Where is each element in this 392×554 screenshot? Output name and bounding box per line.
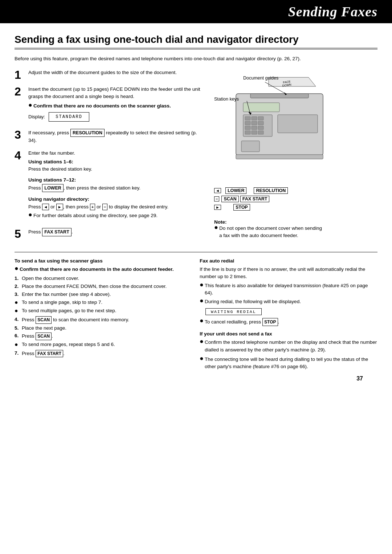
step-2: 2 Insert the document (up to 15 pages) F… (15, 86, 203, 124)
scanner-step-5-text: Place the next page. (22, 325, 66, 332)
scanner-step-bullet1: ● To send a single page, skip to step 7. (15, 299, 189, 306)
sub1-text: Press the desired station key. (28, 166, 203, 173)
redial-bullet3-text: To cancel redialling, press STOP. (205, 318, 377, 326)
scanner-step-1-text: Open the document cover. (22, 275, 79, 282)
step-1-text: Adjust the width of the document guides … (28, 70, 177, 75)
step-3: 3 If necessary, press RESOLUTION repeate… (15, 129, 203, 144)
redial-bullet3: ● To cancel redialling, press STOP. (200, 318, 377, 326)
scanner-glass-title: To send a fax using the scanner glass (15, 258, 189, 264)
scanner-bullet1-text: To send a single page, skip to step 7. (22, 299, 102, 306)
minus-btn[interactable]: − (102, 204, 107, 211)
resolution-btn-diagram[interactable]: RESOLUTION (254, 187, 288, 194)
fax-start-button[interactable]: FAX START (42, 228, 72, 236)
diagram-column: Document guides Station keys FACE DOWN (203, 69, 377, 245)
steps-column: 1 Adjust the width of the document guide… (15, 69, 203, 245)
step-5-number: 5 (15, 228, 28, 240)
sub3-title: Using navigator directory: (28, 196, 203, 203)
step-5-text-before: Press (28, 229, 42, 235)
plus-btn[interactable]: + (90, 204, 95, 211)
note-bullet: ● Do not open the document cover when se… (214, 225, 323, 240)
step-4-sub1: Using stations 1–6: Press the desired st… (28, 158, 203, 173)
main-content: Sending a fax using one-touch dial and n… (0, 23, 392, 393)
nav-left-arrow-btn[interactable]: ◄ (214, 188, 221, 193)
note-title: Note: (214, 219, 323, 225)
intro-text: Before using this feature, program the d… (15, 55, 377, 62)
lower-button[interactable]: LOWER (42, 184, 64, 192)
scanner-step-bullet3: ● To send more pages, repeat steps 5 and… (15, 341, 189, 349)
sub2-title: Using stations 7–12: (28, 176, 203, 184)
scanner-step-3: 3. Enter the fax number (see step 4 abov… (15, 291, 189, 298)
stop-btn-diagram[interactable]: STOP (233, 204, 250, 211)
scanner-step-6-num: 6. (15, 333, 22, 340)
sub3-bullet: ● For further details about using the di… (28, 212, 203, 219)
scanner-step-7-num: 7. (15, 350, 22, 358)
redial-bullet3-dot: ● (200, 317, 205, 324)
scan-btn-2-inline[interactable]: SCAN (36, 333, 52, 340)
lower-btn-diagram[interactable]: LOWER (225, 187, 247, 194)
svg-rect-17 (252, 131, 257, 134)
right-arrow-btn[interactable]: ► (56, 204, 63, 211)
confirm-bullet-dot: ● (15, 265, 20, 272)
svg-rect-13 (245, 126, 250, 130)
fax-redial-text: If the line is busy or if there is no an… (200, 266, 377, 281)
scanner-step-4-text: Press SCAN to scan the document into mem… (22, 316, 129, 324)
scan-btn-inline[interactable]: SCAN (36, 316, 52, 324)
bullet-dot: ● (28, 102, 33, 108)
scanner-step-1: 1. Open the document cover. (15, 275, 189, 282)
fax-start-btn-diagram[interactable]: FAX START (240, 196, 270, 202)
scanner-bullet1-dot: ● (15, 298, 22, 306)
scan-btn-diagram[interactable]: SCAN (221, 196, 238, 202)
redial-bullet2-text: During redial, the following will be dis… (205, 298, 377, 305)
label-station-keys: Station keys (214, 97, 239, 102)
no-fax-bullet1-text: Confirm the stored telephone number on t… (205, 339, 377, 354)
redial-bullet3-before: To cancel redialling, press (205, 319, 261, 325)
confirm-bullet: ● Confirm that there are no documents in… (15, 266, 189, 273)
scanner-step-7: 7. Press FAX START. (15, 350, 189, 358)
scanner-step-3-text: Enter the fax number (see step 4 above). (22, 291, 111, 298)
step-4-sub3: Using navigator directory: Press ◄ or ►,… (28, 196, 203, 219)
fax-start-inline[interactable]: FAX START (36, 350, 63, 358)
left-arrow-btn[interactable]: ◄ (42, 204, 49, 211)
scanner-step-6: 6. Press SCAN. (15, 333, 189, 340)
step-4: 4 Enter the fax number. Using stations 1… (15, 150, 203, 223)
sub3-bullet-text: For further details about using the dire… (33, 212, 203, 219)
no-fax-bullet1: ● Confirm the stored telephone number on… (200, 339, 377, 354)
resolution-button[interactable]: RESOLUTION (70, 129, 105, 137)
svg-rect-14 (252, 126, 257, 130)
svg-rect-21 (236, 155, 323, 159)
step-2-bullet: ● Confirm that there are no documents on… (28, 102, 203, 110)
page-header: Sending Faxes (0, 0, 392, 23)
svg-rect-15 (258, 126, 264, 130)
two-col-layout: 1 Adjust the width of the document guide… (15, 69, 377, 245)
scanner-bullet3-dot: ● (15, 341, 22, 349)
step-3-number: 3 (15, 129, 28, 140)
scanner-bullet2-text: To send multiple pages, go to the next s… (22, 307, 116, 315)
waiting-display-row: WAITING REDIAL (205, 307, 377, 317)
svg-rect-7 (245, 117, 250, 120)
bottom-section: To send a fax using the scanner glass ● … (15, 252, 377, 372)
button-row-3: ► STOP (214, 204, 330, 211)
button-row-1: ◄ LOWER RESOLUTION (214, 187, 330, 194)
sub1-title: Using stations 1–6: (28, 158, 203, 166)
waiting-display: WAITING REDIAL (205, 308, 262, 315)
step-4-sub2: Using stations 7–12: Press LOWER, then p… (28, 176, 203, 192)
redial-bullet1: ● This feature is also available for del… (200, 282, 377, 297)
minus-btn-diagram[interactable]: − (214, 196, 219, 201)
svg-rect-12 (258, 121, 264, 125)
bottom-right: Fax auto redial If the line is busy or i… (200, 258, 377, 372)
redial-bullet3-after: . (278, 319, 279, 325)
step-4-content: Enter the fax number. Using stations 1–6… (28, 150, 203, 223)
nav-right-arrow-btn[interactable]: ► (214, 205, 221, 210)
no-fax-bullet2-text: The connecting tone will be heard during… (205, 356, 377, 371)
scanner-step-6-text: Press SCAN. (22, 333, 53, 340)
sub2-text: Press LOWER, then press the desired stat… (28, 184, 203, 192)
stop-btn-inline[interactable]: STOP (262, 318, 278, 326)
confirm-text: Confirm that there are no documents in t… (20, 266, 189, 273)
redial-bullet1-dot: ● (200, 281, 205, 288)
scanner-step-5: 5. Place the next page. (15, 325, 189, 332)
scanner-step-2-num: 2. (15, 283, 22, 290)
step-5: 5 Press FAX START. (15, 228, 203, 240)
redial-bullet2-dot: ● (200, 297, 205, 304)
bullet-dot-2: ● (28, 211, 33, 218)
svg-rect-16 (245, 131, 250, 134)
